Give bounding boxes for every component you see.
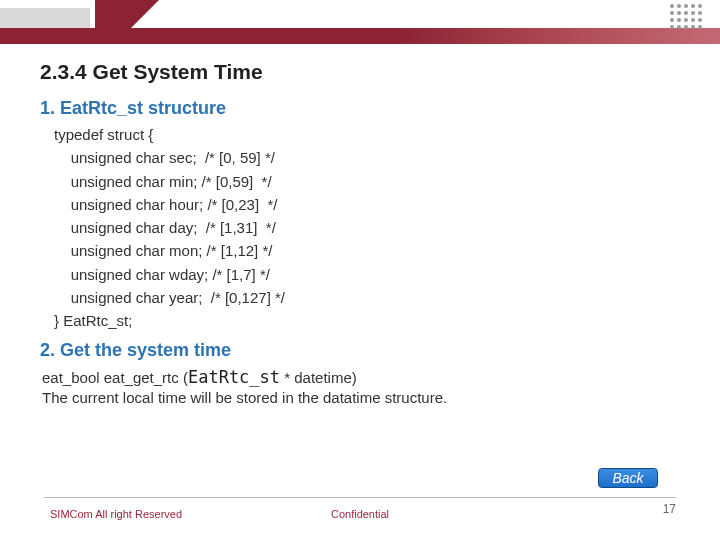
function-description: The current local time will be stored in…	[42, 389, 680, 406]
sig-prefix: eat_bool eat_get_rtc (	[42, 369, 188, 386]
function-signature: eat_bool eat_get_rtc (EatRtc_st * dateti…	[42, 367, 680, 387]
sig-type: EatRtc_st	[188, 367, 280, 387]
slide-content: 2.3.4 Get System Time 1. EatRtc_st struc…	[40, 60, 680, 406]
header-gray-block	[0, 8, 90, 28]
section-title: 2.3.4 Get System Time	[40, 60, 680, 84]
subsection-2-title: 2. Get the system time	[40, 340, 680, 361]
subsection-1-title: 1. EatRtc_st structure	[40, 98, 680, 119]
back-button[interactable]: Back	[598, 468, 658, 488]
footer-divider	[44, 497, 676, 498]
page-number: 17	[663, 502, 676, 516]
header-band	[0, 28, 720, 44]
sig-suffix: * datetime)	[280, 369, 357, 386]
header-dot-grid	[670, 4, 702, 29]
footer-center-text: Confidential	[0, 508, 720, 520]
struct-code: typedef struct { unsigned char sec; /* […	[54, 123, 680, 332]
